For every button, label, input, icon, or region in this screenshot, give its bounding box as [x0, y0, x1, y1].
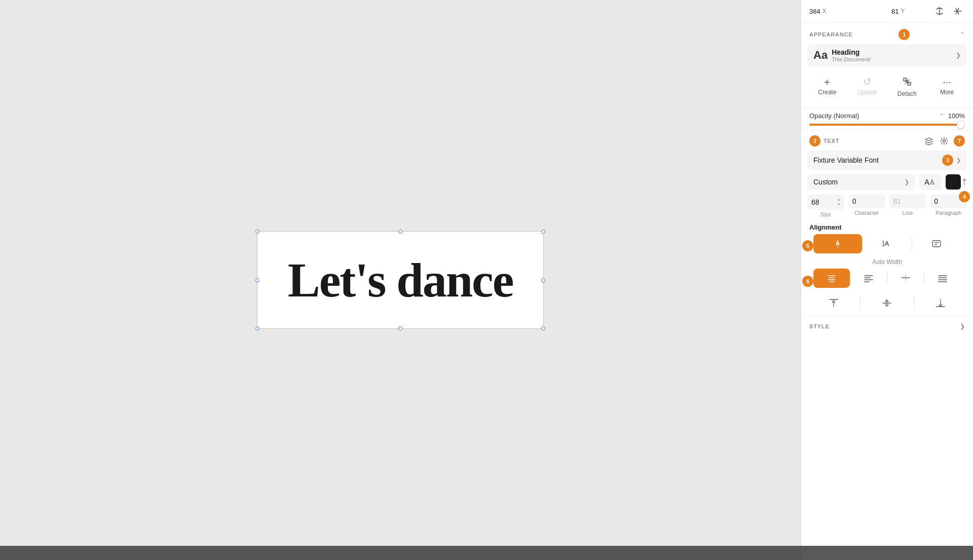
- detach-icon: [902, 77, 912, 88]
- line-label: Line: [902, 210, 913, 216]
- paragraph-label: Paragraph: [935, 210, 961, 216]
- resize-handle-tr[interactable]: [541, 230, 545, 234]
- opacity-slider-row: [801, 124, 973, 130]
- canvas-area: Let's dance: [0, 0, 801, 560]
- text-align-center-button[interactable]: [813, 269, 850, 288]
- svg-text:A: A: [885, 240, 890, 247]
- font-style-row: Custom ❯ A A: [801, 174, 973, 194]
- font-color-button[interactable]: [946, 174, 967, 190]
- flip-horizontal-button[interactable]: [932, 4, 947, 18]
- wrap-text-button[interactable]: [912, 234, 961, 253]
- auto-width-label: Auto Width: [801, 257, 973, 269]
- action-row: ＋ Create ↺ Update Detach ··· Mo: [801, 70, 973, 107]
- text-section-header: 2 TEXT: [801, 130, 973, 151]
- svg-point-2: [943, 140, 946, 142]
- flip-vertical-button[interactable]: [951, 4, 965, 18]
- canvas-frame: Let's dance: [257, 231, 544, 329]
- y-label: Y: [901, 8, 905, 15]
- style-dropdown[interactable]: Aa Heading This Document/ ❯: [807, 44, 967, 66]
- line-input[interactable]: 81: [889, 194, 926, 208]
- opacity-slider-thumb[interactable]: [957, 121, 965, 129]
- resize-handle-lm[interactable]: [255, 278, 259, 282]
- svg-rect-10: [932, 241, 941, 247]
- align-row-wrapper: 5 A A: [801, 234, 973, 257]
- text-align-left-button[interactable]: [850, 269, 887, 288]
- more-button[interactable]: ··· More: [927, 72, 967, 101]
- svg-text:A: A: [836, 240, 840, 246]
- svg-text:A: A: [930, 179, 934, 184]
- paragraph-value: 0: [934, 197, 938, 205]
- font-dropdown-arrow-icon: ❯: [956, 157, 961, 164]
- create-button[interactable]: ＋ Create: [807, 72, 847, 101]
- size-stepper[interactable]: ▴ ▾: [838, 197, 840, 207]
- style-name: Heading: [832, 48, 956, 56]
- paragraph-field: 0 Paragraph 4: [930, 194, 967, 217]
- create-icon: ＋: [822, 77, 832, 87]
- appearance-section-header[interactable]: APPEARANCE 1 ⌃: [801, 23, 973, 44]
- opacity-row: Opacity (Normal) ⌃ 100%: [801, 108, 973, 124]
- resize-handle-tm[interactable]: [398, 230, 402, 234]
- resize-handle-rm[interactable]: [541, 278, 545, 282]
- valign-middle-button[interactable]: [860, 294, 913, 312]
- opacity-label: Opacity (Normal): [809, 112, 935, 120]
- font-color-swatch: [946, 174, 961, 190]
- style-section-header[interactable]: STYLE ❯: [801, 317, 973, 334]
- style-sub: This Document/: [832, 56, 956, 62]
- font-aa-button[interactable]: A A: [919, 174, 942, 190]
- more-label: More: [940, 89, 954, 96]
- x-field: 384 X: [809, 8, 848, 15]
- size-input[interactable]: 68 ▴ ▾: [807, 194, 844, 210]
- align-center-with-icon-button[interactable]: A: [813, 234, 862, 253]
- font-badge-3: 3: [942, 155, 953, 166]
- font-color-dots: [962, 178, 967, 186]
- size-field: 68 ▴ ▾ Size: [807, 194, 844, 217]
- text-gear-icon[interactable]: [939, 135, 950, 146]
- text-align-row-wrapper: 6: [801, 269, 973, 294]
- font-dropdown[interactable]: Fixture Variable Font 3 ❯: [807, 151, 967, 170]
- style-dropdown-info: Heading This Document/: [832, 48, 956, 62]
- font-style-dropdown[interactable]: Custom ❯: [807, 174, 915, 190]
- resize-handle-tl[interactable]: [255, 230, 259, 234]
- valign-row: [801, 294, 973, 316]
- update-button[interactable]: ↺ Update: [847, 72, 887, 101]
- appearance-badge: 1: [899, 29, 910, 40]
- text-layers-icon[interactable]: [923, 135, 934, 146]
- valign-top-button[interactable]: [807, 294, 860, 312]
- font-name: Fixture Variable Font: [813, 156, 938, 164]
- appearance-chevron: ⌃: [960, 31, 965, 38]
- canvas-text[interactable]: Let's dance: [288, 252, 513, 308]
- align-badge-5: 5: [802, 240, 813, 251]
- update-icon: ↺: [863, 77, 872, 87]
- text-section-title: TEXT: [824, 138, 923, 144]
- alignment-section-label: Alignment: [801, 219, 973, 234]
- text-align-row: [807, 269, 967, 291]
- character-input[interactable]: 0: [848, 194, 885, 208]
- line-field: 81 Line: [889, 194, 926, 217]
- align-badge-6: 6: [802, 276, 813, 287]
- align-row: A A: [807, 234, 967, 256]
- text-align-justify-button[interactable]: [924, 269, 961, 288]
- more-icon: ···: [943, 77, 951, 87]
- y-field: 81 Y: [891, 8, 930, 15]
- style-dropdown-arrow-icon: ❯: [956, 52, 961, 59]
- font-dropdown-row: Fixture Variable Font 3 ❯: [801, 151, 973, 174]
- valign-bottom-button[interactable]: [914, 294, 967, 312]
- align-left-button[interactable]: A: [863, 234, 911, 253]
- style-dropdown-aa-icon: Aa: [813, 49, 828, 62]
- resize-handle-bl[interactable]: [255, 326, 259, 330]
- text-badge-7: 7: [954, 135, 965, 146]
- resize-handle-br[interactable]: [541, 326, 545, 330]
- resize-handle-bm[interactable]: [398, 326, 402, 330]
- paragraph-badge-4: 4: [959, 191, 970, 202]
- font-style-label: Custom: [813, 178, 905, 186]
- opacity-slider-track[interactable]: [809, 124, 965, 126]
- style-dropdown-row: Aa Heading This Document/ ❯: [801, 44, 973, 70]
- character-label: Character: [854, 210, 879, 216]
- detach-button[interactable]: Detach: [887, 72, 927, 101]
- create-label: Create: [818, 89, 836, 96]
- text-align-right-button[interactable]: [887, 269, 924, 288]
- opacity-stepper[interactable]: ⌃: [939, 113, 944, 120]
- size-value: 68: [811, 198, 819, 206]
- x-label: X: [822, 8, 827, 15]
- position-row: 384 X 81 Y: [801, 0, 973, 23]
